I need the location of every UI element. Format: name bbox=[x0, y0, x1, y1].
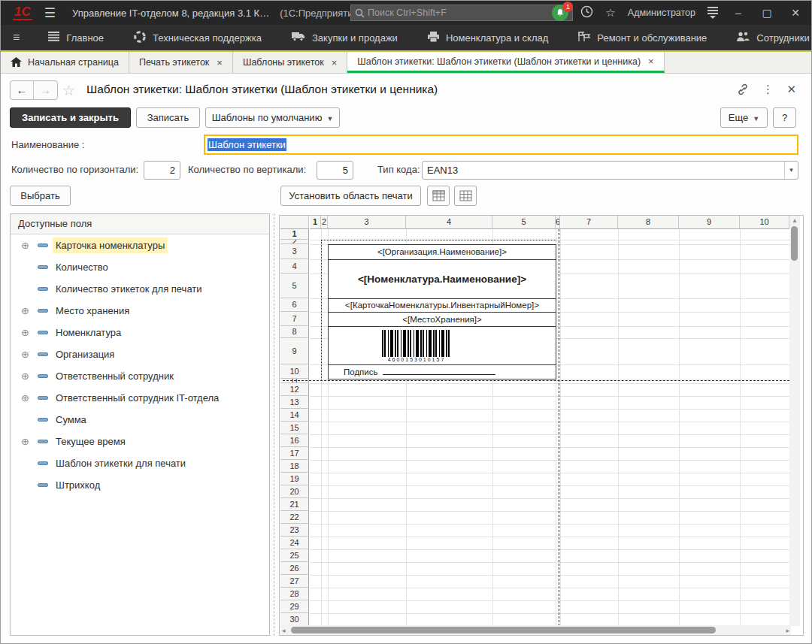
row-header-9[interactable]: 9 bbox=[280, 338, 309, 364]
template-inventory-cell[interactable]: <[КарточкаНоменклатуры.ИнвентарныйНомер]… bbox=[329, 299, 556, 313]
close-form-icon[interactable]: ✕ bbox=[786, 83, 796, 96]
template-nomenclature-cell[interactable]: <[Номенклатура.Наименование]> bbox=[329, 260, 556, 299]
tree-item-12[interactable]: Штрихкод bbox=[11, 474, 269, 496]
expand-icon[interactable]: ⊕ bbox=[21, 306, 31, 316]
row-header-26[interactable]: 26 bbox=[280, 562, 309, 575]
history-icon[interactable] bbox=[580, 5, 593, 20]
sections-panel-icon[interactable]: ≡ bbox=[13, 31, 20, 44]
tree-item-9[interactable]: Сумма bbox=[11, 409, 269, 431]
get-link-icon[interactable] bbox=[736, 83, 750, 98]
row-header-14[interactable]: 14 bbox=[280, 409, 309, 422]
favorites-star-icon[interactable]: ☆ bbox=[605, 6, 615, 20]
close-window-button[interactable]: ✕ bbox=[787, 7, 804, 19]
expand-icon[interactable]: ⊕ bbox=[21, 349, 31, 359]
add-favorite-star-icon[interactable]: ☆ bbox=[62, 82, 75, 99]
menu-item-1[interactable]: Главное bbox=[33, 25, 119, 50]
menu-item-4[interactable]: Номенклатура и склад bbox=[413, 25, 563, 50]
horizontal-scrollbar[interactable]: ◂▸ bbox=[280, 625, 791, 635]
tree-item-5[interactable]: ⊕Номенклатура bbox=[11, 322, 269, 343]
row-header-28[interactable]: 28 bbox=[280, 588, 309, 600]
column-header-10[interactable]: 10 bbox=[740, 216, 789, 229]
tree-item-4[interactable]: ⊕Место хранения bbox=[11, 300, 269, 322]
menu-item-6[interactable]: Сотрудники bbox=[722, 25, 812, 50]
grid-corner-cell[interactable] bbox=[280, 216, 309, 229]
tree-item-2[interactable]: Количество bbox=[11, 256, 269, 278]
menu-item-2[interactable]: Техническая поддержка bbox=[119, 25, 277, 50]
row-header-21[interactable]: 21 bbox=[280, 498, 309, 511]
row-header-6[interactable]: 6 bbox=[280, 298, 309, 312]
tab-close-icon[interactable]: × bbox=[648, 56, 654, 67]
help-button[interactable]: ? bbox=[773, 107, 796, 128]
tab-close-icon[interactable]: × bbox=[217, 57, 223, 68]
named-cells-view-icon[interactable]: # bbox=[427, 186, 450, 206]
tree-item-6[interactable]: ⊕Организация bbox=[11, 343, 269, 365]
row-header-5[interactable]: 5 bbox=[280, 274, 309, 298]
select-field-button[interactable]: Выбрать bbox=[10, 186, 71, 206]
scroll-left-icon[interactable]: ◂ bbox=[282, 627, 286, 634]
notifications-bell-icon[interactable]: 1 bbox=[552, 5, 568, 21]
column-header-8[interactable]: 8 bbox=[618, 216, 679, 229]
save-button[interactable]: Записать bbox=[136, 107, 200, 128]
vertical-scrollbar[interactable]: ▲ bbox=[789, 216, 800, 626]
column-header-4[interactable]: 4 bbox=[406, 216, 492, 229]
vertical-scroll-thumb[interactable] bbox=[791, 226, 798, 261]
column-header-5[interactable]: 5 bbox=[492, 216, 556, 229]
service-menu-icon[interactable] bbox=[707, 7, 718, 19]
global-search-input[interactable]: Поиск Ctrl+Shift+F bbox=[350, 5, 573, 21]
row-header-18[interactable]: 18 bbox=[280, 460, 309, 473]
menu-item-3[interactable]: Закупки и продажи bbox=[277, 25, 413, 50]
tree-item-10[interactable]: ⊕Текущее время bbox=[11, 431, 269, 452]
row-header-22[interactable]: 22 bbox=[280, 511, 309, 524]
template-organization-cell[interactable]: <[Организация.Наименование]> bbox=[329, 245, 556, 260]
row-header-16[interactable]: 16 bbox=[280, 434, 309, 447]
row-header-13[interactable]: 13 bbox=[280, 396, 309, 409]
column-header-3[interactable]: 3 bbox=[328, 216, 406, 229]
row-header-27[interactable]: 27 bbox=[280, 575, 309, 588]
forward-button[interactable]: → bbox=[34, 81, 57, 99]
main-menu-icon[interactable]: ☰ bbox=[44, 5, 56, 21]
horizontal-scroll-thumb[interactable] bbox=[291, 627, 716, 633]
row-header-1[interactable]: 1 bbox=[280, 229, 309, 240]
label-template-box[interactable]: <[Организация.Наименование]><[Номенклату… bbox=[328, 244, 556, 379]
name-input[interactable]: Шаблон этикетки bbox=[204, 135, 798, 155]
column-header-7[interactable]: 7 bbox=[560, 216, 618, 229]
scroll-up-icon[interactable]: ▲ bbox=[792, 217, 798, 224]
template-signature-cell[interactable]: Подпись bbox=[329, 365, 556, 379]
set-print-area-button[interactable]: Установить область печати bbox=[280, 186, 421, 206]
grid-view-icon[interactable] bbox=[454, 186, 477, 206]
menu-item-5[interactable]: Ремонт и обслуживание bbox=[563, 25, 722, 50]
row-header-12[interactable]: 12 bbox=[280, 383, 309, 396]
tab-4[interactable]: Шаблон этикетки: Шаблон этикетки (Шаблон… bbox=[347, 52, 664, 73]
expand-icon[interactable]: ⊕ bbox=[21, 371, 31, 381]
expand-icon[interactable]: ⊕ bbox=[21, 437, 31, 446]
row-header-20[interactable]: 20 bbox=[280, 485, 309, 498]
row-header-4[interactable]: 4 bbox=[280, 259, 309, 274]
row-header-7[interactable]: 7 bbox=[280, 312, 309, 326]
row-header-17[interactable]: 17 bbox=[280, 447, 309, 460]
expand-icon[interactable]: ⊕ bbox=[21, 240, 31, 250]
column-header-9[interactable]: 9 bbox=[679, 216, 740, 229]
template-barcode-cell[interactable]: 4600153010157 bbox=[329, 327, 556, 365]
column-header-2[interactable]: 2 bbox=[321, 216, 328, 229]
row-header-3[interactable]: 3 bbox=[280, 244, 309, 259]
panel-splitter[interactable] bbox=[274, 213, 274, 636]
row-header-23[interactable]: 23 bbox=[280, 524, 309, 537]
minimize-button[interactable]: – bbox=[730, 7, 747, 19]
row-header-29[interactable]: 29 bbox=[280, 600, 309, 613]
back-button[interactable]: ← bbox=[11, 81, 34, 99]
template-storage-cell[interactable]: <[МестоХранения]> bbox=[329, 313, 556, 327]
expand-icon[interactable]: ⊕ bbox=[21, 393, 31, 403]
tree-item-3[interactable]: Количество этикеток для печати bbox=[11, 278, 269, 300]
more-menu-kebab-icon[interactable]: ⋮ bbox=[762, 83, 774, 96]
expand-icon[interactable]: ⊕ bbox=[21, 328, 31, 337]
column-header-1[interactable]: 1 bbox=[310, 216, 321, 229]
tree-item-8[interactable]: ⊕Ответственный сотрудник IT-отдела bbox=[11, 387, 269, 409]
tab-1[interactable]: Начальная страница bbox=[1, 52, 129, 73]
tree-item-1[interactable]: ⊕Карточка номенклатуры bbox=[11, 234, 269, 256]
tab-2[interactable]: Печать этикеток× bbox=[129, 52, 233, 73]
row-header-10[interactable]: 10 bbox=[280, 364, 309, 379]
maximize-button[interactable]: ▢ bbox=[759, 7, 775, 19]
tree-item-11[interactable]: Шаблон этикетки для печати bbox=[11, 452, 269, 474]
tab-3[interactable]: Шаблоны этикеток× bbox=[233, 52, 347, 73]
scroll-right-icon[interactable]: ▸ bbox=[786, 627, 789, 634]
